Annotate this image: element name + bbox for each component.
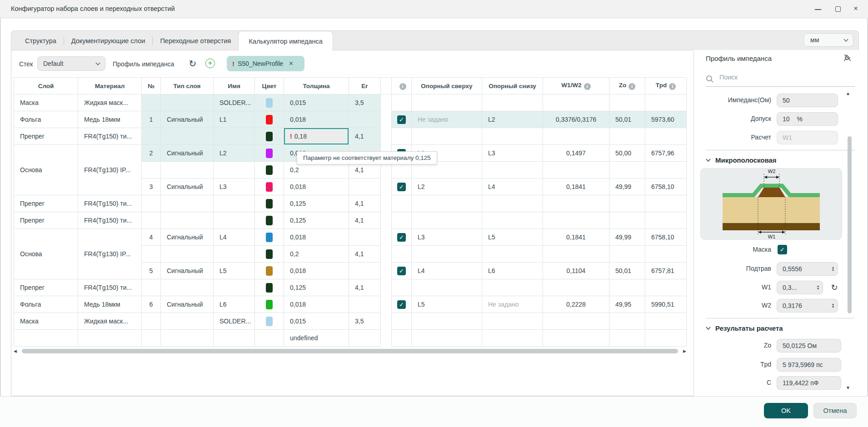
cell-er[interactable]: 3,5 — [349, 313, 381, 330]
reference-checkbox[interactable]: ✓ — [397, 267, 406, 275]
cell-w1w2[interactable] — [543, 212, 609, 229]
cell-layer[interactable]: Препрег — [14, 128, 78, 145]
cell-er[interactable]: 4,1 — [349, 195, 381, 212]
color-swatch[interactable] — [266, 132, 273, 141]
cell-w1w2[interactable] — [543, 94, 609, 111]
cell-layer[interactable]: Основа — [14, 229, 78, 279]
cell-w1w2[interactable]: 0,1497 — [543, 145, 609, 162]
cell-name[interactable]: SOLDER... — [214, 313, 255, 330]
cell-ref-top[interactable]: L3 — [412, 229, 482, 246]
maximize-button[interactable] — [828, 0, 848, 18]
stack-select[interactable]: Default — [37, 56, 105, 71]
cell-thickness[interactable]: 0,015 — [284, 313, 349, 330]
tab-0[interactable]: Структура — [18, 31, 64, 50]
cell-ref-top[interactable] — [412, 212, 482, 229]
cell-color[interactable] — [255, 128, 284, 145]
field-input-W2[interactable]: 0,3176▴▾ — [777, 299, 838, 313]
cell-color[interactable] — [255, 162, 284, 179]
cell-w1w2[interactable]: 0,1841 — [543, 179, 609, 195]
cell-material[interactable]: FR4(Tg150) ти... — [78, 279, 142, 296]
cell-name[interactable] — [214, 246, 255, 263]
cell-num[interactable] — [142, 195, 161, 212]
cell-name[interactable]: L1 — [214, 111, 255, 128]
stepper-icon[interactable]: ▴▾ — [832, 266, 834, 272]
cell-type[interactable] — [161, 195, 214, 212]
cell-name[interactable] — [214, 279, 255, 296]
cell-thickness[interactable]: 0,125 — [284, 212, 349, 229]
scroll-right-icon[interactable]: ▶ — [683, 349, 686, 353]
color-swatch[interactable] — [266, 182, 273, 192]
cell-thickness[interactable]: 0,015 — [284, 94, 349, 111]
cell-w1w2[interactable] — [543, 246, 609, 263]
color-swatch[interactable] — [266, 233, 273, 242]
cell-ref-bottom[interactable]: L6 — [482, 263, 543, 279]
cell-name[interactable]: L4 — [214, 229, 255, 246]
cell-color[interactable] — [255, 246, 284, 263]
cell-type[interactable]: Сигнальный — [161, 229, 214, 246]
cell-num[interactable] — [142, 128, 161, 145]
cell-er[interactable] — [349, 263, 381, 279]
color-swatch[interactable] — [266, 115, 273, 124]
cell-thickness[interactable]: 0,018 — [284, 263, 349, 279]
cell-er[interactable]: 3,5 — [349, 94, 381, 111]
cell-type[interactable] — [161, 94, 214, 111]
cell-num[interactable] — [142, 246, 161, 263]
h-scroll-thumb[interactable] — [22, 349, 678, 353]
cell-ref-top[interactable]: L5 — [412, 296, 482, 313]
cell-color[interactable] — [255, 279, 284, 296]
color-swatch[interactable] — [266, 300, 273, 309]
cell-color[interactable] — [255, 94, 284, 111]
cell-layer[interactable]: Препрег — [14, 212, 78, 229]
cell-type[interactable] — [161, 246, 214, 263]
profile-chip[interactable]: ! S50_NewProfile × — [227, 56, 304, 71]
cell-ref-bottom[interactable] — [482, 313, 543, 330]
color-swatch[interactable] — [266, 216, 273, 225]
cell-material[interactable]: Медь 18мкм — [78, 111, 142, 128]
color-swatch[interactable] — [266, 149, 273, 158]
cell-material[interactable]: FR4(Tg150) ти... — [78, 128, 142, 145]
add-profile-button[interactable]: + — [205, 59, 215, 68]
cell-material[interactable]: FR4(Tg130) IP... — [78, 229, 142, 279]
cell-thickness[interactable]: 0,125 — [284, 195, 349, 212]
cell-ref-top[interactable] — [412, 313, 482, 330]
cell-num[interactable]: 1 — [142, 111, 161, 128]
cell-name[interactable] — [214, 330, 255, 347]
cell-material[interactable] — [78, 330, 142, 347]
refresh-w1-button[interactable]: ↻ — [828, 282, 840, 293]
color-swatch[interactable] — [266, 249, 273, 259]
cell-material[interactable]: FR4(Tg150) ти... — [78, 212, 142, 229]
cell-er[interactable]: 4,1 — [349, 128, 381, 145]
field-input-Zo[interactable]: 50,0125 Ом — [777, 339, 841, 353]
close-button[interactable]: × — [847, 0, 867, 18]
cell-name[interactable] — [214, 195, 255, 212]
cell-thickness[interactable]: 0,018 — [284, 179, 349, 195]
cell-w1w2[interactable]: 0,2228 — [543, 296, 609, 313]
cell-num[interactable] — [142, 212, 161, 229]
cell-ref-top[interactable]: L4 — [412, 263, 482, 279]
v-scroll-thumb[interactable] — [848, 136, 852, 313]
cell-er[interactable]: 4,1 — [349, 279, 381, 296]
cell-ref-top[interactable]: L2 — [412, 179, 482, 195]
section-microstrip[interactable]: Микрополосковая — [706, 156, 777, 164]
cancel-button[interactable]: Отмена — [813, 403, 857, 418]
cell-ref-top[interactable] — [412, 279, 482, 296]
cell-ref-top[interactable] — [412, 195, 482, 212]
cell-name[interactable]: L3 — [214, 179, 255, 195]
color-swatch[interactable] — [266, 165, 273, 175]
cell-thickness[interactable]: 0,2 — [284, 246, 349, 263]
stepper-icon[interactable]: ▴▾ — [817, 285, 819, 290]
cell-num[interactable] — [142, 313, 161, 330]
cell-w1w2[interactable] — [543, 330, 609, 347]
cell-er[interactable] — [349, 229, 381, 246]
cell-thickness[interactable]: 0,018 — [284, 229, 349, 246]
cell-ref-top[interactable]: Не задано — [412, 111, 482, 128]
cell-er[interactable]: 4,1 — [349, 212, 381, 229]
cell-type[interactable] — [161, 128, 214, 145]
cell-material[interactable]: Жидкая маск... — [78, 94, 142, 111]
cell-num[interactable]: 5 — [142, 263, 161, 279]
color-swatch[interactable] — [266, 266, 273, 276]
tab-2[interactable]: Переходные отверстия — [153, 31, 238, 50]
cell-er[interactable] — [349, 330, 381, 347]
cell-material[interactable]: FR4(Tg130) IP... — [78, 145, 142, 195]
color-swatch[interactable] — [266, 283, 273, 293]
